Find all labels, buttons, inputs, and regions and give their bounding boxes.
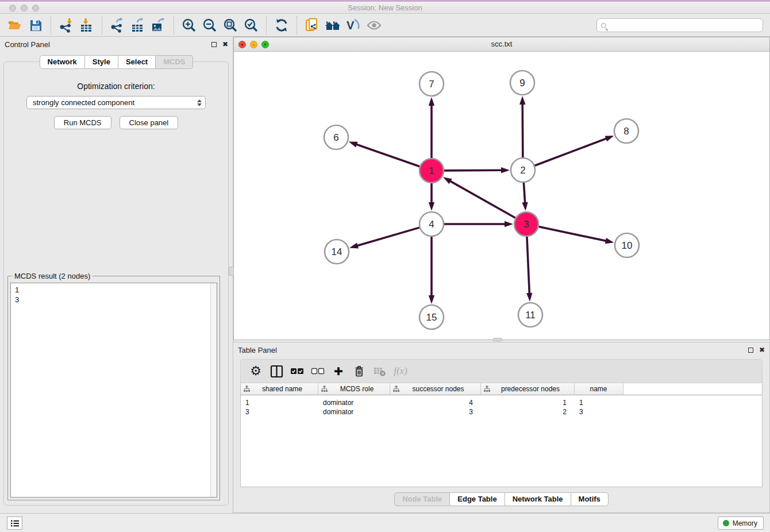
optimization-criterion-label: Optimization criterion: <box>4 82 228 91</box>
graph-edge-2-9[interactable] <box>522 103 523 157</box>
search-box[interactable] <box>596 18 763 32</box>
memory-label: Memory <box>733 519 757 527</box>
toolbar-separator <box>297 16 297 34</box>
main-toolbar: V <box>0 14 770 37</box>
tab-select[interactable]: Select <box>118 55 156 69</box>
graph-node-label: 4 <box>429 219 434 230</box>
column-header-shared-name[interactable]: shared name <box>241 383 318 395</box>
create-column-button[interactable]: ✚ <box>328 361 349 381</box>
horizontal-splitter-handle[interactable] <box>493 338 502 341</box>
function-builder-button[interactable]: f(x) <box>390 361 411 381</box>
edge-arrowhead-icon <box>522 202 528 211</box>
delete-column-button[interactable] <box>349 361 369 381</box>
import-network-button[interactable] <box>56 16 76 35</box>
select-all-icon <box>290 367 304 375</box>
zoom-selected-icon <box>244 18 259 33</box>
apply-layout-button[interactable] <box>271 16 292 35</box>
graph-edge-1-2[interactable] <box>444 170 503 171</box>
table-row[interactable]: 1dominator411 <box>241 398 762 407</box>
export-table-icon <box>130 18 145 33</box>
graph-edge-3-10[interactable] <box>539 227 607 241</box>
zoom-in-button[interactable] <box>179 16 199 35</box>
show-all-networks-button[interactable] <box>322 16 343 35</box>
zoom-out-icon <box>202 18 217 33</box>
tab-edge-table[interactable]: Edge Table <box>450 492 505 506</box>
graph-edge-2-3[interactable] <box>523 183 525 204</box>
table-row[interactable]: 3dominator323 <box>241 407 762 417</box>
column-header-predecessor-nodes[interactable]: predecessor nodes <box>481 383 575 395</box>
eye-icon <box>366 18 382 32</box>
float-table-panel-icon[interactable] <box>748 348 753 353</box>
trash-icon <box>352 364 366 378</box>
clone-network-icon <box>305 18 319 33</box>
result-scrollbar[interactable] <box>210 283 217 497</box>
open-session-button[interactable] <box>5 16 25 35</box>
table-settings-button[interactable]: ⚙ <box>245 361 266 381</box>
import-table-icon <box>79 18 94 33</box>
criterion-dropdown[interactable]: strongly connected component <box>26 96 206 109</box>
edge-arrowhead-icon <box>349 242 359 248</box>
table-body: 1dominator4113dominator323 <box>241 395 762 417</box>
table-cell: 3 <box>390 407 481 417</box>
memory-button[interactable]: Memory <box>718 516 764 530</box>
zoom-out-button[interactable] <box>199 16 220 35</box>
run-mcds-button[interactable]: Run MCDS <box>54 116 111 129</box>
graph-node-label: 11 <box>525 310 536 321</box>
status-bar: Memory <box>0 513 770 532</box>
graph-node-label: 15 <box>426 312 437 323</box>
search-input[interactable] <box>609 21 763 29</box>
tab-node-table[interactable]: Node Table <box>394 492 450 506</box>
plus-icon: ✚ <box>334 366 343 377</box>
control-panel-header: Control Panel ✖ <box>0 37 233 52</box>
vertical-splitter-handle[interactable] <box>229 267 234 276</box>
tab-motifs[interactable]: Motifs <box>571 492 609 506</box>
show-columns-button[interactable] <box>266 361 287 381</box>
zoom-selected-button[interactable] <box>241 16 261 35</box>
tab-style[interactable]: Style <box>85 55 118 69</box>
clone-network-button[interactable] <box>302 16 322 35</box>
vizmapper-button[interactable]: V <box>343 16 364 35</box>
graph-edge-2-8[interactable] <box>535 138 608 165</box>
graph-node-label: 10 <box>622 240 633 251</box>
zoom-fit-button[interactable] <box>220 16 241 35</box>
memory-status-icon <box>723 520 729 526</box>
graph-edge-3-11[interactable] <box>527 237 529 295</box>
tab-network[interactable]: Network <box>40 55 85 69</box>
save-session-button[interactable] <box>25 16 46 35</box>
task-history-button[interactable] <box>7 516 22 530</box>
graph-edge-3-1[interactable] <box>449 180 515 218</box>
edge-arrowhead-icon <box>349 142 358 148</box>
network-canvas[interactable]: 7968124314101511 <box>234 52 769 340</box>
graph-node-label: 8 <box>623 126 629 137</box>
close-panel-button[interactable]: Close panel <box>120 116 179 129</box>
tab-mcds[interactable]: MCDS <box>156 55 193 69</box>
unselect-all-icon <box>311 367 325 375</box>
export-image-button[interactable] <box>148 16 169 35</box>
graph-edge-4-14[interactable] <box>356 228 419 246</box>
export-table-button[interactable] <box>128 16 148 35</box>
mcds-result-box[interactable]: 1 3 <box>10 283 217 498</box>
node-table: shared nameMCDS rolesuccessor nodesprede… <box>240 383 763 487</box>
edge-arrowhead-icon <box>526 293 532 302</box>
select-all-columns-button[interactable] <box>287 361 307 381</box>
close-panel-icon[interactable]: ✖ <box>222 41 228 48</box>
control-panel-title: Control Panel <box>5 40 211 49</box>
table-cell: 2 <box>481 407 575 417</box>
tab-network-table[interactable]: Network Table <box>505 492 571 506</box>
toolbar-separator <box>102 16 102 34</box>
network-window-titlebar[interactable]: × − + scc.txt <box>234 37 769 52</box>
gear-icon: ⚙ <box>250 365 261 377</box>
delete-table-button[interactable] <box>369 361 390 381</box>
hide-panel-button[interactable] <box>364 16 384 35</box>
column-header-name[interactable]: name <box>575 383 623 395</box>
import-table-button[interactable] <box>76 16 97 35</box>
float-panel-icon[interactable] <box>211 42 217 47</box>
table-header-row: shared nameMCDS rolesuccessor nodesprede… <box>241 383 762 395</box>
close-table-panel-icon[interactable]: ✖ <box>759 346 765 353</box>
export-network-button[interactable] <box>107 16 128 35</box>
table-cell: 3 <box>575 407 623 417</box>
column-header-MCDS-role[interactable]: MCDS role <box>318 383 390 395</box>
column-header-successor-nodes[interactable]: successor nodes <box>390 383 481 395</box>
graph-edge-1-6[interactable] <box>355 144 419 167</box>
unselect-all-columns-button[interactable] <box>307 361 328 381</box>
